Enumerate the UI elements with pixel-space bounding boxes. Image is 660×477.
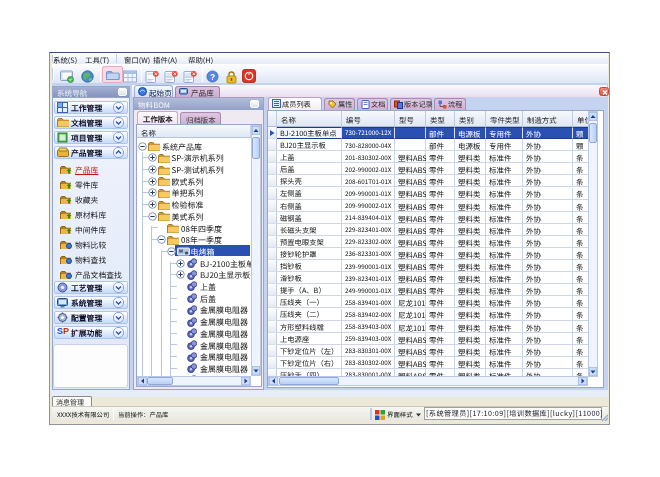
svg-text:?: ? — [210, 72, 215, 82]
